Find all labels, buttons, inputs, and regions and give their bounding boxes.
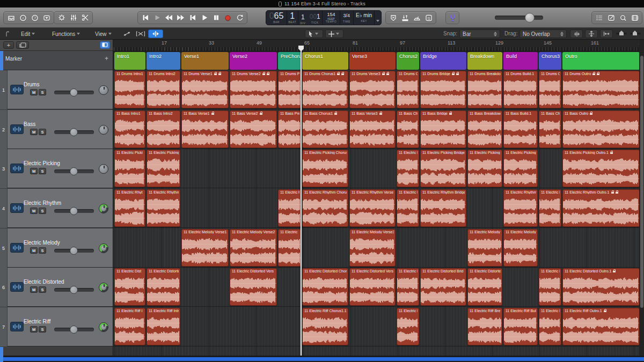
pan-knob[interactable] bbox=[99, 283, 108, 292]
mute-button[interactable]: M bbox=[30, 247, 38, 254]
tuner-button[interactable] bbox=[448, 12, 457, 23]
marker-section-build[interactable]: Build bbox=[503, 52, 538, 70]
marker-section-chorus1[interactable]: Chorus1 bbox=[302, 52, 348, 70]
mute-button[interactable]: M bbox=[30, 168, 38, 174]
mute-button[interactable]: M bbox=[30, 89, 38, 95]
track-lane-bass[interactable]: 11 Bass Intro111 Bass Intro211 Bass Vers… bbox=[113, 110, 639, 149]
editors-button[interactable] bbox=[79, 12, 91, 23]
region[interactable]: 11 Bass Intro2 bbox=[147, 110, 180, 148]
pan-knob[interactable] bbox=[99, 125, 108, 135]
go-to-beginning-button[interactable] bbox=[140, 12, 151, 23]
drag-select[interactable]: No Overlap bbox=[519, 29, 567, 38]
track-lane-electric-melody[interactable]: 11 Electric Melody Verse111 Electric Mel… bbox=[113, 228, 639, 268]
track-volume-slider[interactable] bbox=[54, 91, 94, 94]
region[interactable]: 11 Electric Distorted Outro.1 bbox=[562, 268, 639, 306]
track-volume-knob[interactable] bbox=[70, 88, 78, 97]
region[interactable]: 11 Drums Intro1 bbox=[114, 71, 145, 108]
region[interactable]: 11 Electric R bbox=[539, 308, 561, 345]
region[interactable]: 11 Electric Distorted Vers bbox=[230, 268, 277, 306]
snap-select[interactable]: Bar bbox=[459, 29, 500, 38]
marker-section-intro1[interactable]: Intro1 bbox=[114, 52, 145, 70]
region[interactable]: 11 Electric R bbox=[539, 189, 561, 227]
region[interactable]: 11 Electric D bbox=[397, 268, 419, 306]
track-lane-electric-distorted[interactable]: 11 Electric Dist11 Electric Distorte11 E… bbox=[113, 268, 639, 307]
solo-track-button[interactable]: S bbox=[39, 89, 46, 95]
pan-knob[interactable] bbox=[99, 243, 108, 253]
track-header-electric-picking[interactable]: 3Electric PickingMS bbox=[0, 149, 113, 188]
region[interactable]: 11 Electric Picking bbox=[467, 150, 502, 187]
region[interactable]: 11 Bass Cho bbox=[397, 110, 419, 148]
mute-button[interactable]: M bbox=[30, 326, 38, 333]
flex-button[interactable] bbox=[133, 29, 148, 38]
automation-button[interactable] bbox=[120, 29, 134, 38]
region[interactable]: 11 Bass Verse1 bbox=[181, 110, 229, 148]
region[interactable]: 11 Electric bbox=[278, 229, 301, 267]
marker-section-breakdown[interactable]: Breakdown bbox=[467, 52, 502, 70]
track-name[interactable]: Bass bbox=[24, 121, 35, 127]
region[interactable]: 11 Drums Outro bbox=[562, 71, 639, 108]
region[interactable]: 11 Electric Rhythm Bridge bbox=[420, 189, 466, 227]
vertical-zoom-slider[interactable] bbox=[616, 33, 627, 34]
solo-track-button[interactable]: S bbox=[39, 286, 46, 293]
region[interactable]: 11 Electric Picking Outro.1 bbox=[562, 150, 639, 187]
track-volume-knob[interactable] bbox=[70, 326, 78, 334]
region[interactable]: 11 Drums Pr bbox=[278, 71, 301, 108]
view-menu[interactable]: View bbox=[92, 29, 114, 38]
region[interactable]: 11 Electric Melody Verse1 bbox=[181, 229, 229, 267]
region[interactable]: 11 Drums Build.1 bbox=[503, 71, 538, 108]
region[interactable]: 11 Bass Intro1 bbox=[114, 110, 145, 148]
track-name[interactable]: Electric Melody bbox=[24, 240, 60, 246]
region[interactable]: 11 Electric Riff Bre bbox=[467, 308, 502, 345]
edit-menu[interactable]: Edit bbox=[18, 29, 38, 38]
region[interactable]: 11 Bass Cho bbox=[539, 110, 561, 148]
track-volume-knob[interactable] bbox=[70, 207, 78, 215]
marker-section-intro2[interactable]: Intro2 bbox=[147, 52, 180, 70]
track-header-electric-rhythm[interactable]: 4Electric RhythmMS bbox=[0, 189, 113, 228]
play-from-selection-button[interactable] bbox=[151, 12, 163, 23]
count-in-button[interactable] bbox=[399, 12, 411, 23]
region[interactable]: 11 Drums C bbox=[397, 71, 419, 108]
lcd-display[interactable]: 065 BAR 1 BEAT 1 DIV 001 TICK 154 KEEP T… bbox=[266, 10, 382, 25]
track-volume-slider[interactable] bbox=[54, 130, 94, 134]
region[interactable]: 11 Electric R bbox=[397, 189, 419, 227]
ruler-tick-strip[interactable] bbox=[113, 47, 639, 51]
region[interactable]: 11 Electric Dist bbox=[114, 268, 145, 306]
region[interactable]: 11 Drums Bridge bbox=[420, 71, 466, 108]
track-volume-slider[interactable] bbox=[54, 169, 94, 173]
track-lane-drums[interactable]: 11 Drums Intro111 Drums Intro211 Drums V… bbox=[113, 70, 639, 109]
region[interactable]: 11 Electric R bbox=[397, 308, 419, 345]
inspector-button[interactable]: i bbox=[17, 12, 28, 23]
track-header-bass[interactable]: 2BassMS bbox=[0, 110, 113, 149]
track-lane-electric-picking[interactable]: 11 Electric Picki11 Electric Picking I11… bbox=[113, 149, 639, 188]
marker-section-verse2[interactable]: Verse2 bbox=[230, 52, 277, 70]
horizontal-auto-zoom-button[interactable] bbox=[600, 29, 613, 38]
track-volume-slider[interactable] bbox=[54, 249, 94, 253]
region[interactable]: 11 Electric Picking Chorus bbox=[302, 150, 348, 187]
solo-track-button[interactable]: S bbox=[39, 129, 46, 135]
command-click-tool-selector[interactable] bbox=[325, 29, 343, 38]
track-volume-slider[interactable] bbox=[54, 288, 94, 292]
apple-loops-button[interactable] bbox=[617, 12, 628, 23]
track-name[interactable]: Drums bbox=[24, 82, 39, 87]
region[interactable]: 11 Drums Intro2 bbox=[147, 71, 180, 108]
track-volume-knob[interactable] bbox=[70, 286, 78, 294]
metronome-button[interactable] bbox=[411, 12, 422, 23]
region[interactable]: 11 Drums Verse2 bbox=[230, 71, 277, 108]
region[interactable]: 11 Bass Verse2 bbox=[230, 110, 277, 148]
track-header-electric-riff[interactable]: 7Electric RiffMS bbox=[0, 307, 113, 346]
region[interactable]: 11 Bass Build.1 bbox=[503, 110, 538, 148]
master-volume-slider[interactable] bbox=[495, 16, 543, 20]
region[interactable]: 11 Electric Rhythm Verse bbox=[349, 189, 396, 227]
toolbar-toggle-button[interactable] bbox=[41, 12, 52, 23]
vertical-zoom-thumb[interactable] bbox=[619, 31, 624, 35]
region[interactable]: 11 Bass Chorus1 bbox=[302, 110, 348, 148]
track-volume-knob[interactable] bbox=[70, 167, 78, 175]
region[interactable]: 11 Electric Distorte bbox=[467, 268, 502, 306]
region[interactable]: 11 Bass Pre bbox=[278, 110, 301, 148]
marker-section-outro[interactable]: Outro bbox=[562, 52, 639, 70]
pan-knob[interactable] bbox=[99, 322, 108, 332]
solo-track-button[interactable]: S bbox=[39, 208, 46, 214]
region[interactable]: 11 Electric Rhythm bbox=[503, 189, 538, 227]
region[interactable]: 11 Bass Outro bbox=[562, 110, 639, 148]
vertical-scrollbar-thumb[interactable] bbox=[640, 56, 643, 308]
